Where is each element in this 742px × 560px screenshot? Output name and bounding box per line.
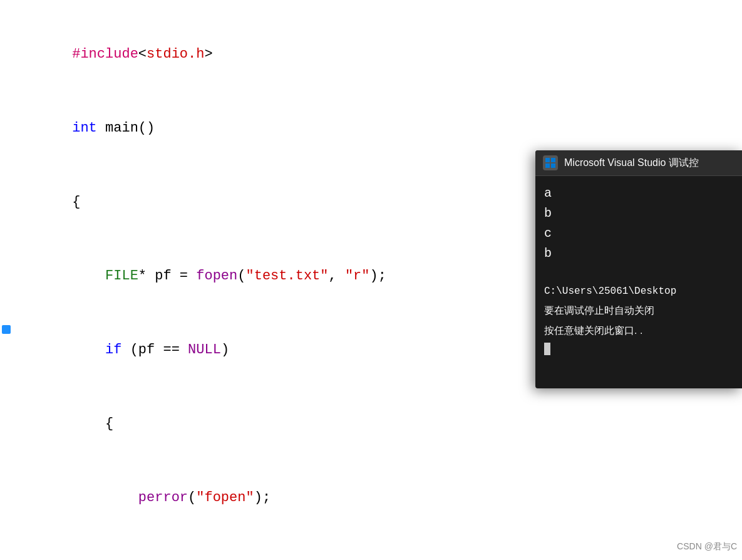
terminal-info-line1: 要在调试停止时自动关闭 [544, 303, 733, 319]
line-content-if-null: if (pf == NULL) [13, 314, 229, 386]
line-content-brace2: { [13, 388, 113, 460]
code-line-main: int main() [0, 91, 545, 165]
terminal-path: C:\Users\25061\Desktop [544, 284, 733, 299]
terminal-output-a: a [544, 184, 733, 204]
terminal-title: Microsoft Visual Studio 调试控 [564, 157, 699, 170]
line-content-brace1: { [13, 167, 80, 238]
code-line-brace2: { [0, 387, 545, 461]
watermark: CSDN @君与C [677, 541, 737, 552]
terminal-output-c: c [544, 224, 733, 244]
code-line-include: #include<stdio.h> [0, 18, 545, 91]
code-line-return1: return 1; [0, 535, 545, 560]
terminal-icon [543, 155, 558, 170]
line-content-include: #include<stdio.h> [13, 19, 213, 90]
svg-rect-1 [551, 158, 555, 162]
terminal-output-b2: b [544, 244, 733, 264]
terminal-titlebar: Microsoft Visual Studio 调试控 [535, 150, 742, 176]
svg-rect-2 [545, 163, 550, 168]
code-top-hint: // ...(FILE* stream, long int offset, in… [0, 0, 545, 18]
line-content-main: int main() [13, 93, 155, 164]
terminal-window: Microsoft Visual Studio 调试控 a b c b C:\U… [535, 150, 742, 388]
code-line-if-null: if (pf == NULL) [0, 313, 545, 387]
code-line-fopen: FILE* pf = fopen("test.txt", "r"); [0, 239, 545, 313]
line-content-perror: perror("fopen"); [13, 462, 271, 534]
terminal-empty [544, 264, 733, 277]
svg-rect-0 [545, 158, 550, 162]
svg-rect-3 [551, 163, 555, 168]
code-line-brace1: { [0, 165, 545, 239]
terminal-cursor [544, 343, 550, 355]
code-line-perror: perror("fopen"); [0, 461, 545, 535]
terminal-body: a b c b C:\Users\25061\Desktop 要在调试停止时自动… [535, 176, 742, 366]
code-editor: // ...(FILE* stream, long int offset, in… [0, 0, 545, 560]
breakpoint-if-null [2, 325, 11, 334]
vs-icon [545, 157, 556, 169]
terminal-info-line2: 按任意键关闭此窗口. . [544, 323, 733, 339]
terminal-output-b1: b [544, 204, 733, 224]
line-content-fopen: FILE* pf = fopen("test.txt", "r"); [13, 241, 386, 312]
line-content-return1: return 1; [13, 536, 213, 560]
